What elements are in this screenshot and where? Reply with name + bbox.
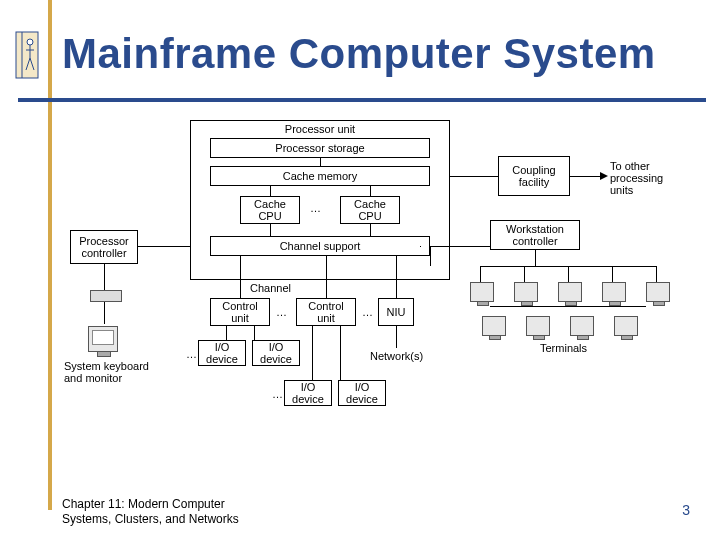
terminal-icon xyxy=(614,316,638,336)
svg-rect-0 xyxy=(16,32,38,78)
slide-title: Mainframe Computer System xyxy=(62,30,656,78)
terminal-icon xyxy=(470,282,494,302)
box-workstation-controller: Workstation controller xyxy=(490,220,580,250)
svg-point-2 xyxy=(27,39,33,45)
box-cache-cpu-1: Cache CPU xyxy=(240,196,300,224)
arrow-icon xyxy=(600,172,608,180)
box-control-unit-2: Control unit xyxy=(296,298,356,326)
terminal-icon xyxy=(514,282,538,302)
box-io-device-1: I/O device xyxy=(198,340,246,366)
page-number: 3 xyxy=(682,502,690,518)
label-terminals: Terminals xyxy=(540,342,587,354)
footer-chapter: Chapter 11: Modern Computer Systems, Clu… xyxy=(62,497,239,528)
box-processor-controller: Processor controller xyxy=(70,230,138,264)
label-processor-unit: Processor unit xyxy=(285,123,355,135)
accent-horizontal-rule xyxy=(18,98,706,102)
mainframe-diagram: Processor unit Processor storage Cache m… xyxy=(70,120,670,480)
label-networks: Network(s) xyxy=(370,350,423,362)
label-to-other-units: To other processing units xyxy=(610,160,663,196)
terminal-icon xyxy=(526,316,550,336)
monitor-icon xyxy=(88,326,118,352)
terminal-icon xyxy=(602,282,626,302)
terminal-icon xyxy=(482,316,506,336)
box-coupling-facility: Coupling facility xyxy=(498,156,570,196)
box-channel-support: Channel support xyxy=(210,236,430,256)
box-processor-storage: Processor storage xyxy=(210,138,430,158)
box-cache-memory: Cache memory xyxy=(210,166,430,186)
box-niu: NIU xyxy=(378,298,414,326)
accent-vertical-rule xyxy=(48,0,52,510)
terminal-icon xyxy=(646,282,670,302)
book-logo-icon xyxy=(14,28,40,82)
terminal-icon xyxy=(558,282,582,302)
box-io-device-3: I/O device xyxy=(284,380,332,406)
box-cache-cpu-2: Cache CPU xyxy=(340,196,400,224)
box-io-device-4: I/O device xyxy=(338,380,386,406)
label-system-keyboard-monitor: System keyboard and monitor xyxy=(64,360,174,384)
terminal-icon xyxy=(570,316,594,336)
box-control-unit-1: Control unit xyxy=(210,298,270,326)
keyboard-icon xyxy=(90,290,122,302)
box-io-device-2: I/O device xyxy=(252,340,300,366)
label-channel: Channel xyxy=(250,282,291,294)
